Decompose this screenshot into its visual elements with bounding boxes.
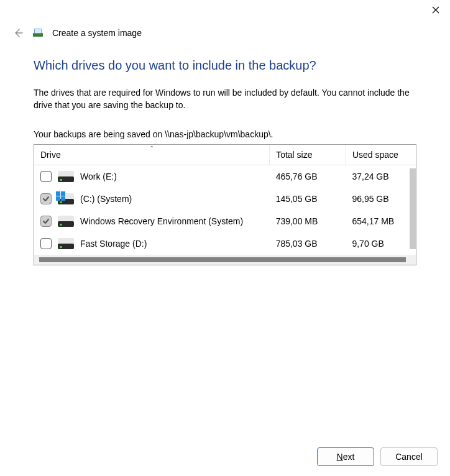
drive-row[interactable]: Fast Storage (D:)785,03 GB9,70 GB [34,232,416,255]
drive-total-size: 739,00 MB [270,210,346,232]
cancel-button[interactable]: Cancel [380,447,438,466]
drive-icon [58,216,74,227]
drive-row[interactable]: (C:) (System)145,05 GB96,95 GB [34,188,416,210]
drive-used-space: 96,95 GB [346,188,416,210]
column-header-drive[interactable]: Drive ⌃ [34,145,270,165]
vertical-scrollbar[interactable] [410,168,416,249]
drive-checkbox [40,216,52,227]
drive-total-size: 145,05 GB [270,188,346,210]
close-button[interactable] [421,0,450,20]
drive-name: (C:) (System) [80,194,132,204]
horizontal-scrollbar-thumb[interactable] [39,257,406,262]
drive-windows-icon [58,193,74,204]
window-title: Create a system image [52,28,142,38]
drives-grid: Drive ⌃ Total size Used space Work (E:)4… [34,144,416,265]
horizontal-scrollbar-track[interactable] [34,255,416,265]
back-button[interactable] [12,27,24,39]
drive-total-size: 785,03 GB [270,232,346,255]
close-icon [432,6,439,14]
drive-used-space: 654,17 MB [346,210,416,232]
system-image-icon [32,27,44,39]
drive-checkbox [40,193,52,204]
save-location-line: Your backups are being saved on \\nas-jp… [34,129,416,139]
page-heading: Which drives do you want to include in t… [34,58,416,73]
column-header-total-label: Total size [276,150,312,160]
drive-used-space: 9,70 GB [346,232,416,255]
drive-name: Fast Storage (D:) [80,239,147,249]
drive-icon [58,171,74,182]
drive-name: Windows Recovery Environment (System) [80,216,243,226]
drive-row[interactable]: Windows Recovery Environment (System)739… [34,210,416,232]
column-header-drive-label: Drive [40,150,61,160]
column-header-used[interactable]: Used space [346,145,416,165]
drive-icon [58,238,74,249]
page-description: The drives that are required for Windows… [34,86,416,112]
drive-name: Work (E:) [80,172,117,181]
back-arrow-icon [13,28,23,38]
sort-indicator-icon: ⌃ [149,145,154,152]
drive-used-space: 37,24 GB [346,165,416,188]
drive-checkbox[interactable] [40,171,52,182]
next-button[interactable]: Next [317,447,374,466]
drive-total-size: 465,76 GB [270,165,346,188]
column-header-used-label: Used space [352,150,398,160]
svg-rect-2 [35,29,41,33]
drive-row[interactable]: Work (E:)465,76 GB37,24 GB [34,165,416,188]
drive-checkbox[interactable] [40,238,52,249]
column-header-total[interactable]: Total size [270,145,346,165]
